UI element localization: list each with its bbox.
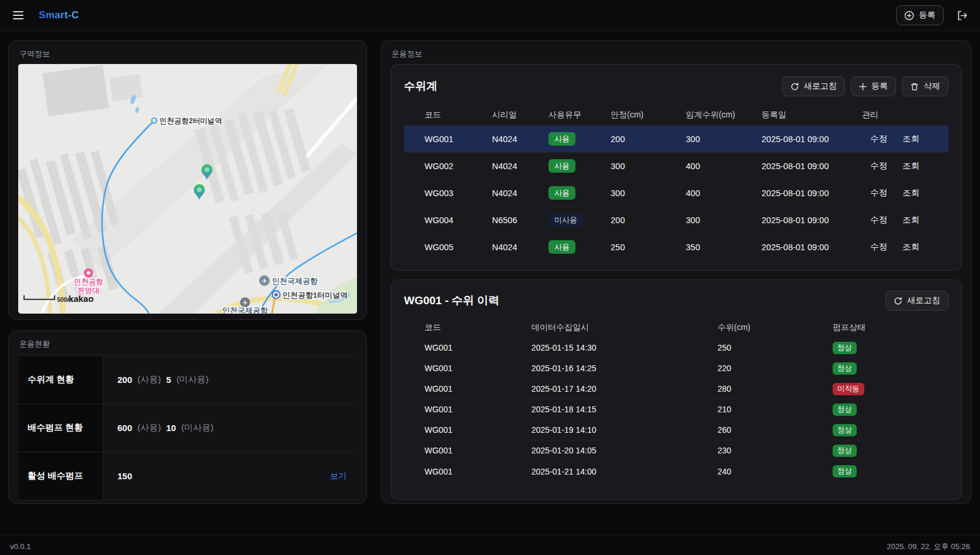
table-row[interactable]: WG001 2025-01-21 14:00 240 정상 bbox=[404, 461, 948, 482]
edit-link[interactable]: 수정 bbox=[870, 241, 887, 253]
pump-unused-label: (미사용) bbox=[181, 422, 214, 433]
observatory-label-1: 인천공항 bbox=[74, 278, 103, 286]
history-panel-title: WG001 - 수위 이력 bbox=[404, 293, 500, 308]
refresh-icon bbox=[894, 297, 902, 305]
gauge-unused-count: 5 bbox=[166, 375, 171, 385]
pump-status-badge: 미작동 bbox=[833, 383, 864, 395]
table-row[interactable]: WG001 N4024 사용 200 300 2025-08-01 09:00 … bbox=[404, 126, 948, 153]
col-serial: 시리얼 bbox=[492, 110, 548, 120]
trash-icon bbox=[910, 82, 919, 91]
gauge-unused-label: (미사용) bbox=[176, 374, 208, 385]
pump-used-label: (사용) bbox=[137, 422, 161, 433]
history-table-header: 코드 데이터수집일시 수위(cm) 펌프상태 bbox=[404, 318, 948, 338]
app-version: v0.0.1 bbox=[10, 542, 31, 551]
station1-marker bbox=[272, 291, 280, 298]
col-datetime: 데이터수집일시 bbox=[531, 322, 718, 333]
status-row-gauge: 수위계 현황 200 (사용) 5 (미사용) bbox=[18, 356, 357, 404]
view-link[interactable]: 조회 bbox=[902, 187, 920, 199]
pump-status-badge: 정상 bbox=[833, 403, 857, 416]
row-label: 수위계 현황 bbox=[18, 356, 103, 403]
col-code: 코드 bbox=[425, 110, 492, 120]
map-scale-label: 500m bbox=[57, 297, 73, 303]
top-bar: Smart-C 등록 bbox=[0, 0, 980, 31]
col-code: 코드 bbox=[425, 322, 531, 333]
edit-link[interactable]: 수정 bbox=[870, 187, 887, 199]
app-logo[interactable]: Smart-C bbox=[39, 9, 79, 21]
row-label: 활성 배수펌프 bbox=[18, 452, 103, 500]
add-button[interactable]: 등록 bbox=[851, 76, 896, 96]
col-level: 수위(cm) bbox=[718, 322, 833, 333]
col-pump: 펌프상태 bbox=[833, 322, 948, 333]
refresh-button[interactable]: 새로고침 bbox=[782, 76, 845, 96]
edit-link[interactable]: 수정 bbox=[870, 160, 887, 171]
use-badge: 사용 bbox=[548, 240, 575, 254]
footer-datetime: 2025. 09. 22. 오후 05:26 bbox=[887, 541, 970, 552]
use-badge: 미사용 bbox=[548, 213, 583, 227]
status-row-pump: 배수펌프 현황 600 (사용) 10 (미사용) bbox=[18, 404, 357, 452]
table-row[interactable]: WG001 2025-01-16 14:25 220 정상 bbox=[404, 358, 948, 379]
plus-icon bbox=[859, 83, 867, 90]
edit-link[interactable]: 수정 bbox=[870, 214, 887, 226]
zone-info-card: 구역정보 bbox=[8, 40, 367, 320]
view-link[interactable]: 조회 bbox=[902, 133, 920, 144]
col-stable: 안정(cm) bbox=[611, 110, 686, 120]
airport-poi-label: 인천국제공항 bbox=[272, 277, 318, 285]
row-label: 배수펌프 현황 bbox=[18, 404, 103, 452]
observatory-icon bbox=[84, 268, 93, 278]
menu-icon[interactable] bbox=[8, 5, 28, 25]
col-threshold: 임계수위(cm) bbox=[686, 110, 762, 120]
refresh-icon bbox=[790, 82, 799, 91]
kakao-map[interactable]: 인천공항2터미널역 ✈ 인천국제공항 bbox=[18, 64, 357, 314]
table-row[interactable]: WG002 N4024 사용 300 400 2025-08-01 09:00 … bbox=[404, 153, 948, 180]
operation-status-card: 운용현황 수위계 현황 200 (사용) 5 (미사용) 배수펌프 현황 600 bbox=[8, 330, 367, 504]
airplane-glyph: ✈ bbox=[262, 277, 267, 284]
delete-button[interactable]: 삭제 bbox=[902, 76, 948, 96]
pump-status-badge: 정상 bbox=[833, 445, 857, 457]
zone-card-title: 구역정보 bbox=[19, 49, 357, 59]
col-manage: 관리 bbox=[862, 110, 948, 120]
status-card-title: 운용현황 bbox=[19, 339, 357, 349]
station2-label: 인천공항2터미널역 bbox=[160, 117, 223, 125]
pump-status-badge: 정상 bbox=[833, 362, 857, 375]
operation-status-table: 수위계 현황 200 (사용) 5 (미사용) 배수펌프 현황 600 (사용)… bbox=[18, 355, 357, 500]
active-pump-count: 150 bbox=[117, 471, 132, 481]
pump-used-count: 600 bbox=[117, 423, 132, 433]
use-badge: 사용 bbox=[548, 159, 575, 173]
gauge-used-count: 200 bbox=[117, 375, 132, 385]
table-row[interactable]: WG005 N4024 사용 250 350 2025-08-01 09:00 … bbox=[404, 234, 948, 261]
table-row[interactable]: WG001 2025-01-18 14:15 210 정상 bbox=[404, 399, 948, 420]
table-row[interactable]: WG003 N4024 사용 300 400 2025-08-01 09:00 … bbox=[404, 180, 948, 207]
table-row[interactable]: WG001 2025-01-20 14:05 230 정상 bbox=[404, 440, 948, 461]
gauge-table-header: 코드 시리얼 사용유무 안정(cm) 임계수위(cm) 등록일 관리 bbox=[404, 105, 948, 126]
status-row-active-pump: 활성 배수펌프 150 보기 bbox=[18, 452, 357, 500]
register-button[interactable]: 등록 bbox=[896, 5, 944, 25]
station2-marker[interactable] bbox=[151, 118, 156, 123]
table-row[interactable]: WG004 N6506 미사용 200 300 2025-08-01 09:00… bbox=[404, 207, 948, 234]
footer: v0.0.1 2025. 09. 22. 오후 05:26 bbox=[0, 534, 980, 555]
water-level-history-panel: WG001 - 수위 이력 새로고침 코드 bbox=[390, 280, 962, 500]
view-link[interactable]: 조회 bbox=[902, 160, 920, 171]
pump-status-badge: 정상 bbox=[833, 342, 857, 354]
water-gauge-panel: 수위계 새로고침 bbox=[390, 64, 962, 271]
main-content: 구역정보 bbox=[0, 31, 980, 532]
table-row[interactable]: WG001 2025-01-15 14:30 250 정상 bbox=[404, 338, 948, 358]
view-link[interactable]: 조회 bbox=[902, 214, 920, 226]
use-badge: 사용 bbox=[548, 186, 575, 200]
plus-circle-icon bbox=[904, 11, 914, 21]
view-link[interactable]: 보기 bbox=[330, 471, 346, 482]
view-link[interactable]: 조회 bbox=[902, 241, 920, 253]
gauge-panel-title: 수위계 bbox=[404, 79, 437, 94]
edit-link[interactable]: 수정 bbox=[870, 133, 887, 144]
col-date: 등록일 bbox=[762, 110, 862, 120]
info-card-title: 운용정보 bbox=[392, 49, 962, 59]
gauge-used-label: (사용) bbox=[137, 374, 161, 385]
airplane-glyph-2: ✈ bbox=[243, 300, 248, 306]
logout-icon[interactable] bbox=[953, 6, 971, 24]
operation-info-card: 운용정보 수위계 새로고침 bbox=[380, 40, 972, 504]
pump-status-badge: 정상 bbox=[833, 465, 857, 477]
table-row[interactable]: WG001 2025-01-19 14:10 260 정상 bbox=[404, 420, 948, 440]
station1-label: 인천공항1터미널역 bbox=[282, 291, 348, 300]
pump-status-badge: 정상 bbox=[833, 424, 857, 436]
refresh-button[interactable]: 새로고침 bbox=[885, 291, 948, 311]
table-row[interactable]: WG001 2025-01-17 14:20 280 미작동 bbox=[404, 379, 948, 399]
